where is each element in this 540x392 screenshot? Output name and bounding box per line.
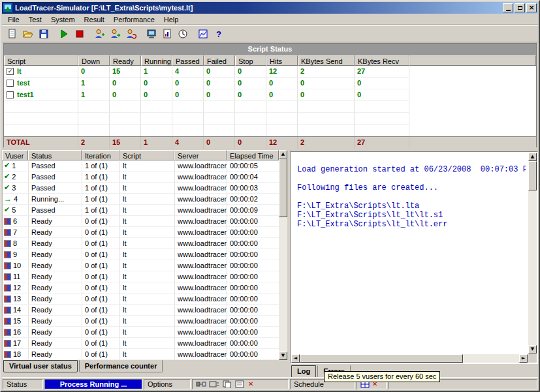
help-button[interactable]: ? bbox=[211, 26, 227, 42]
vuser-status: Running... bbox=[29, 194, 82, 205]
connector-icon[interactable] bbox=[196, 380, 206, 388]
port-icon[interactable] bbox=[209, 380, 219, 388]
menu-performance[interactable]: Performance bbox=[109, 15, 159, 24]
release-vuser-button[interactable] bbox=[108, 26, 123, 42]
vuser-elapsed: 00:00:05 bbox=[227, 160, 279, 172]
script-row[interactable]: test100000000 bbox=[4, 78, 536, 89]
close-button[interactable]: × bbox=[526, 3, 537, 12]
vuser-column-elapsed-time[interactable]: Elapsed Time bbox=[227, 150, 279, 160]
monitor-button[interactable] bbox=[144, 26, 159, 42]
report-button[interactable] bbox=[159, 26, 175, 42]
vuser-row[interactable]: 6Ready0 of (1)ltwww.loadtracer.c...00:00… bbox=[3, 216, 279, 227]
list-icon[interactable] bbox=[235, 380, 246, 388]
schedule-button[interactable] bbox=[175, 26, 191, 42]
column-header-stop[interactable]: Stop bbox=[235, 55, 266, 66]
menu-test[interactable]: Test bbox=[24, 15, 46, 24]
open-script-button[interactable] bbox=[20, 26, 36, 42]
stop-test-button[interactable] bbox=[72, 26, 87, 42]
graph-button[interactable] bbox=[195, 26, 211, 42]
maximize-button[interactable] bbox=[515, 3, 525, 12]
refresh-vuser-button[interactable] bbox=[123, 26, 139, 42]
scrollbar-track[interactable] bbox=[279, 217, 287, 352]
error-close-icon[interactable]: ✕ bbox=[248, 381, 253, 387]
vuser-row[interactable]: 10Ready0 of (1)ltwww.loadtracer.c...00:0… bbox=[3, 260, 279, 271]
menu-result[interactable]: Result bbox=[80, 15, 109, 24]
script-row[interactable]: ✓lt015140012227 bbox=[4, 66, 536, 78]
column-header-hits[interactable]: Hits bbox=[266, 55, 298, 66]
column-header-passed[interactable]: Passed bbox=[172, 55, 204, 66]
app-icon[interactable] bbox=[3, 3, 12, 12]
column-header-running[interactable]: Running bbox=[141, 55, 172, 66]
scrollbar-thumb[interactable] bbox=[300, 354, 463, 363]
menu-file[interactable]: File bbox=[3, 15, 24, 24]
files-icon[interactable] bbox=[222, 380, 232, 388]
vuser-row[interactable]: 9Ready0 of (1)ltwww.loadtracer.c...00:00… bbox=[3, 249, 279, 260]
svg-text:?: ? bbox=[216, 29, 221, 39]
vuser-row[interactable]: 15Ready0 of (1)ltwww.loadtracer.c...00:0… bbox=[3, 316, 279, 327]
vuser-row[interactable]: 11Ready0 of (1)ltwww.loadtracer.c...00:0… bbox=[3, 271, 279, 282]
script-stat: 1 bbox=[78, 78, 110, 89]
vuser-ready-icon bbox=[4, 273, 11, 280]
column-header-kbytes-recv[interactable]: KBytes Recv bbox=[355, 55, 409, 66]
script-name: test1 bbox=[17, 89, 34, 100]
menu-help[interactable]: Help bbox=[159, 15, 183, 24]
run-test-button[interactable] bbox=[56, 26, 72, 42]
vuser-column-vuser[interactable]: Vuser bbox=[2, 150, 28, 160]
vuser-scrollbar[interactable]: ▲ ▼ bbox=[279, 150, 287, 360]
column-header-down[interactable]: Down bbox=[78, 55, 110, 66]
vuser-column-iteration[interactable]: Iteration bbox=[82, 150, 119, 160]
scrollbar-track[interactable] bbox=[463, 354, 519, 363]
script-stat: 0 bbox=[141, 89, 172, 101]
column-header-failed[interactable]: Failed bbox=[204, 55, 235, 66]
save-script-button[interactable] bbox=[36, 26, 52, 42]
column-header-kbytes-send[interactable]: KBytes Send bbox=[298, 55, 355, 66]
vuser-row[interactable]: 7Ready0 of (1)ltwww.loadtracer.c...00:00… bbox=[3, 227, 279, 238]
vuser-status: Ready bbox=[29, 249, 82, 260]
script-checkbox[interactable]: ✓ bbox=[7, 68, 14, 75]
script-checkbox[interactable] bbox=[7, 91, 14, 98]
vuser-row[interactable]: 14Ready0 of (1)ltwww.loadtracer.c...00:0… bbox=[3, 305, 279, 316]
vuser-row[interactable]: ✔2Passed1 of (1)ltwww.loadtracer.c...00:… bbox=[3, 172, 279, 183]
scrollbar-thumb[interactable] bbox=[279, 158, 287, 217]
vuser-number: 15 bbox=[13, 316, 21, 326]
minimize-button[interactable] bbox=[503, 3, 513, 12]
log-hscrollbar[interactable]: ◄ ► bbox=[291, 354, 528, 363]
vuser-row[interactable]: ✔3Passed1 of (1)ltwww.loadtracer.c...00:… bbox=[3, 183, 279, 194]
tab-virtual-user-status[interactable]: Virtual user status bbox=[3, 360, 78, 372]
script-checkbox[interactable] bbox=[7, 80, 14, 87]
vuser-column-server[interactable]: Server bbox=[174, 150, 227, 160]
statusbar-options[interactable]: Options bbox=[144, 379, 191, 389]
vuser-row[interactable]: ✔5Passed1 of (1)ltwww.loadtracer.c...00:… bbox=[3, 205, 279, 216]
scrollbar-thumb[interactable] bbox=[528, 161, 537, 190]
vuser-column-script[interactable]: Script bbox=[119, 150, 174, 160]
vuser-row[interactable]: 8Ready0 of (1)ltwww.loadtracer.c...00:00… bbox=[3, 238, 279, 249]
scroll-up-icon[interactable]: ▲ bbox=[528, 153, 537, 161]
vuser-column-status[interactable]: Status bbox=[28, 150, 82, 160]
column-header-ready[interactable]: Ready bbox=[110, 55, 141, 66]
vuser-elapsed: 00:00:00 bbox=[227, 227, 279, 238]
script-status-total-row: TOTAL215140012227 bbox=[4, 136, 536, 149]
log-vscrollbar[interactable]: ▲ ▼ bbox=[528, 153, 537, 354]
scroll-up-icon[interactable]: ▲ bbox=[279, 150, 287, 158]
vuser-row[interactable]: 18Ready0 of (1)ltwww.loadtracer.c...00:0… bbox=[3, 349, 279, 360]
menu-system[interactable]: System bbox=[46, 15, 80, 24]
vuser-row[interactable]: 13Ready0 of (1)ltwww.loadtracer.c...00:0… bbox=[3, 294, 279, 305]
column-header-script[interactable]: Script bbox=[4, 55, 78, 66]
tab-log[interactable]: Log bbox=[291, 365, 316, 378]
vuser-row[interactable]: →4Running...1 of (1)ltwww.loadtracer.c..… bbox=[3, 194, 279, 205]
vuser-id-cell: 14 bbox=[3, 305, 29, 316]
vuser-row[interactable]: 17Ready0 of (1)ltwww.loadtracer.c...00:0… bbox=[3, 338, 279, 349]
log-box: Load generation started at 06/23/2008 00… bbox=[290, 151, 538, 364]
add-vuser-button[interactable] bbox=[92, 26, 108, 42]
scroll-down-icon[interactable]: ▼ bbox=[279, 352, 287, 360]
vuser-row[interactable]: 12Ready0 of (1)ltwww.loadtracer.c...00:0… bbox=[3, 282, 279, 294]
scroll-down-icon[interactable]: ▼ bbox=[528, 345, 537, 354]
script-row[interactable]: test1100000000 bbox=[4, 89, 536, 101]
scroll-left-icon[interactable]: ◄ bbox=[291, 354, 300, 363]
scroll-right-icon[interactable]: ► bbox=[519, 354, 528, 363]
tab-performance-counter[interactable]: Performance counter bbox=[79, 360, 163, 372]
scrollbar-track[interactable] bbox=[528, 190, 537, 345]
vuser-row[interactable]: ✔1Passed1 of (1)ltwww.loadtracer.c...00:… bbox=[3, 160, 279, 172]
vuser-row[interactable]: 16Ready0 of (1)ltwww.loadtracer.c...00:0… bbox=[3, 327, 279, 338]
new-script-button[interactable] bbox=[5, 26, 20, 42]
